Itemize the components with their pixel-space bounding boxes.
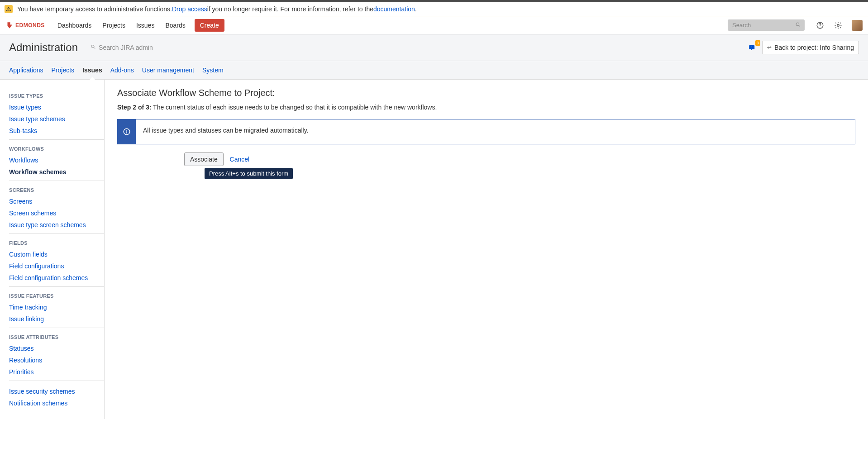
sidebar-section: Issue security schemesNotification schem… (9, 381, 104, 412)
sidebar-heading: FIELDS (9, 238, 104, 248)
info-panel: All issue types and statuses can be migr… (117, 119, 855, 144)
help-icon[interactable] (814, 19, 826, 32)
nav-projects[interactable]: Projects (97, 16, 131, 34)
user-avatar[interactable] (852, 20, 863, 31)
sidebar-item-notification-schemes[interactable]: Notification schemes (9, 397, 104, 409)
admin-search-input[interactable] (91, 42, 190, 53)
nav-dashboards[interactable]: Dashboards (52, 16, 97, 34)
sidebar-item-priorities[interactable]: Priorities (9, 366, 104, 378)
sidebar-heading: ISSUE FEATURES (9, 291, 104, 301)
shortcut-tooltip: Press Alt+s to submit this form (205, 168, 293, 179)
admin-tab-projects[interactable]: Projects (52, 65, 75, 76)
main-container: ISSUE TYPESIssue typesIssue type schemes… (0, 80, 868, 419)
step-description: Step 2 of 3: The current status of each … (117, 104, 855, 111)
svg-line-3 (799, 25, 800, 27)
nav-issues[interactable]: Issues (131, 16, 160, 34)
sidebar-item-issue-types[interactable]: Issue types (9, 101, 104, 113)
warning-icon (5, 5, 13, 13)
sidebar-section: SCREENSScreensScreen schemesIssue type s… (9, 181, 104, 233)
svg-point-7 (91, 45, 94, 48)
admin-tab-system[interactable]: System (202, 65, 224, 76)
form-actions: Associate Cancel Press Alt+s to submit t… (117, 152, 855, 166)
admin-tab-issues[interactable]: Issues (82, 65, 102, 76)
sidebar-item-statuses[interactable]: Statuses (9, 343, 104, 354)
sidebar-section: ISSUE FEATURESTime trackingIssue linking (9, 286, 104, 328)
admin-title: Administration (9, 41, 78, 54)
info-message: All issue types and statuses can be migr… (136, 119, 315, 144)
sidebar-heading: ISSUE ATTRIBUTES (9, 333, 104, 343)
svg-point-6 (837, 24, 839, 26)
sidebar-item-field-configurations[interactable]: Field configurations (9, 260, 104, 272)
sidebar-heading: ISSUE TYPES (9, 91, 104, 101)
temporary-access-banner: You have temporary access to administrat… (0, 2, 868, 16)
svg-text:!: ! (751, 45, 752, 49)
sidebar-item-custom-fields[interactable]: Custom fields (9, 248, 104, 260)
sidebar-item-resolutions[interactable]: Resolutions (9, 354, 104, 366)
step-rest: The current status of each issue needs t… (151, 104, 437, 111)
feedback-badge: 3 (755, 40, 760, 46)
admin-search-icon (91, 44, 96, 51)
sidebar-section: WORKFLOWSWorkflowsWorkflow schemes (9, 139, 104, 181)
sidebar-item-screen-schemes[interactable]: Screen schemes (9, 207, 104, 219)
sidebar-item-issue-security-schemes[interactable]: Issue security schemes (9, 386, 104, 397)
banner-text-pre: You have temporary access to administrat… (17, 5, 172, 13)
svg-point-1 (9, 10, 9, 10)
info-icon (118, 119, 136, 144)
sidebar-item-time-tracking[interactable]: Time tracking (9, 301, 104, 313)
back-to-project-button[interactable]: ↩ Back to project: Info Sharing (762, 41, 859, 54)
associate-button[interactable]: Associate (184, 152, 224, 166)
documentation-link[interactable]: documentation (373, 5, 415, 13)
svg-point-2 (796, 23, 799, 26)
drop-access-link[interactable]: Drop access (172, 5, 207, 13)
sidebar-item-issue-type-schemes[interactable]: Issue type schemes (9, 113, 104, 125)
admin-header: Administration ! 3 ↩ Back to project: In… (0, 34, 868, 61)
nav-boards[interactable]: Boards (160, 16, 191, 34)
page-heading: Associate Workflow Scheme to Project: (117, 88, 855, 98)
top-nav: EDMONDS Dashboards Projects Issues Board… (0, 16, 868, 34)
sidebar-item-sub-tasks[interactable]: Sub-tasks (9, 125, 104, 137)
sidebar-item-issue-type-screen-schemes[interactable]: Issue type screen schemes (9, 219, 104, 231)
sidebar-heading: SCREENS (9, 186, 104, 195)
sidebar-item-workflows[interactable]: Workflows (9, 154, 104, 166)
sidebar-item-screens[interactable]: Screens (9, 195, 104, 207)
create-button[interactable]: Create (195, 19, 224, 32)
cancel-link[interactable]: Cancel (230, 156, 250, 163)
logo[interactable]: EDMONDS (5, 21, 45, 29)
global-search-input[interactable] (728, 19, 805, 31)
content-area: Associate Workflow Scheme to Project: St… (105, 80, 868, 419)
admin-tab-user-management[interactable]: User management (142, 65, 194, 76)
admin-sidebar: ISSUE TYPESIssue typesIssue type schemes… (0, 80, 104, 419)
sidebar-heading: WORKFLOWS (9, 144, 104, 154)
sidebar-item-issue-linking[interactable]: Issue linking (9, 313, 104, 325)
admin-tab-add-ons[interactable]: Add-ons (110, 65, 134, 76)
svg-point-12 (126, 130, 127, 131)
logo-text: EDMONDS (15, 22, 45, 29)
sidebar-section: FIELDSCustom fieldsField configurationsF… (9, 233, 104, 286)
svg-line-8 (94, 48, 95, 49)
banner-text-mid: if you no longer require it. For more in… (207, 5, 373, 13)
feedback-icon[interactable]: ! 3 (747, 42, 758, 53)
search-icon (795, 22, 801, 29)
gear-icon[interactable] (832, 19, 844, 32)
back-button-label: Back to project: Info Sharing (774, 44, 854, 51)
step-number: Step 2 of 3: (117, 104, 151, 111)
sidebar-section: ISSUE ATTRIBUTESStatusesResolutionsPrior… (9, 328, 104, 381)
sidebar-item-field-configuration-schemes[interactable]: Field configuration schemes (9, 272, 104, 284)
admin-tabs: ApplicationsProjectsIssuesAdd-onsUser ma… (0, 61, 868, 80)
admin-tab-applications[interactable]: Applications (9, 65, 43, 76)
sidebar-item-workflow-schemes[interactable]: Workflow schemes (9, 166, 104, 178)
back-arrow-icon: ↩ (767, 44, 772, 51)
banner-text-post: . (415, 5, 417, 13)
sidebar-section: ISSUE TYPESIssue typesIssue type schemes… (9, 87, 104, 139)
svg-point-5 (820, 27, 820, 28)
